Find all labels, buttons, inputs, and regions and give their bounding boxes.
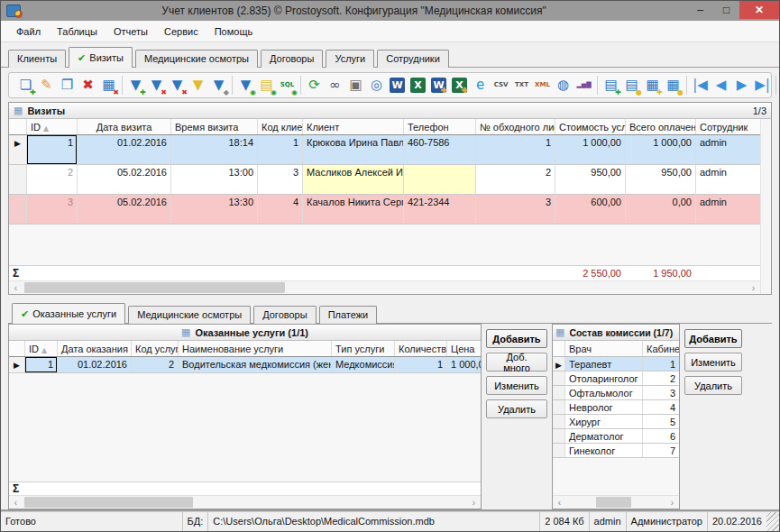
visits-header-обходного-листа[interactable]: № обходного листа	[476, 119, 555, 134]
export-word-template-icon[interactable]: W✚	[431, 78, 446, 93]
quick-filter-icon[interactable]: ▼	[188, 76, 207, 95]
services-header-id[interactable]: ID▲	[25, 341, 58, 356]
добавить-button[interactable]: Добавить	[684, 329, 742, 348]
export-txt-icon[interactable]: TXT	[512, 76, 531, 95]
visits-header-код-клиента[interactable]: Код клиента	[258, 119, 303, 134]
commission-table-row[interactable]: Невролог4	[553, 400, 679, 415]
table-form-icon[interactable]: ▦●	[664, 76, 683, 95]
scroll-thumb[interactable]	[24, 497, 193, 508]
visits-table-row[interactable]: ▶101.02.201618:141Крюкова Ирина Павловна…	[9, 135, 760, 165]
visits-header-телефон[interactable]: Телефон	[404, 119, 476, 134]
tab-услуги[interactable]: Услуги	[326, 50, 374, 68]
tab-визиты[interactable]: ✔Визиты	[69, 47, 133, 68]
export-html-icon[interactable]: ◍	[554, 76, 573, 95]
child-report-icon[interactable]: ▤●	[622, 76, 641, 95]
tab-сотрудники[interactable]: Сотрудники	[377, 50, 449, 68]
search-icon[interactable]: ∞	[326, 76, 344, 95]
services-header-тип-услуги[interactable]: Тип услуги	[332, 341, 395, 356]
tab-договоры[interactable]: Договоры	[253, 306, 316, 324]
preview-icon[interactable]: ◎	[367, 76, 386, 95]
export-word-icon[interactable]: W	[390, 78, 405, 93]
commission-table-row[interactable]: Отоларинголог2	[553, 371, 679, 386]
tab-оказанные-услуги[interactable]: ✔Оказанные услуги	[12, 303, 125, 324]
tab-медицинские-осмотры[interactable]: Медицинские осмотры	[135, 50, 258, 68]
visits-header-клиент[interactable]: Клиент	[303, 119, 404, 134]
menu-сервис[interactable]: Сервис	[156, 23, 206, 40]
scroll-thumb[interactable]	[24, 282, 285, 293]
edit-record-icon[interactable]: ✎	[37, 76, 56, 95]
visits-vscrollbar[interactable]	[760, 119, 771, 294]
chart-icon[interactable]: ▂▅▇	[574, 76, 593, 95]
scroll-left-arrow[interactable]: ‹	[9, 496, 23, 509]
nav-next-icon[interactable]: ▶	[732, 76, 751, 95]
удалить-button[interactable]: Удалить	[486, 399, 547, 418]
menu-помощь[interactable]: Помощь	[206, 23, 262, 40]
services-hscrollbar[interactable]: ‹ ›	[9, 495, 481, 509]
изменить-button[interactable]: Изменить	[486, 376, 547, 395]
scroll-left-arrow[interactable]: ‹	[9, 281, 23, 295]
services-header-цена[interactable]: Цена	[447, 341, 481, 356]
scroll-right-arrow[interactable]: ›	[747, 281, 760, 295]
delete-table-records-icon[interactable]: ▦✖	[99, 76, 118, 95]
add-child-record-icon[interactable]: ▤✚	[601, 76, 620, 95]
scroll-right-arrow[interactable]: ›	[467, 496, 481, 509]
visits-header-стоимость-услуг[interactable]: Стоимость услуг	[555, 119, 626, 134]
services-header-количество[interactable]: Количество	[395, 341, 447, 356]
set-filter-icon[interactable]: ▼✚	[126, 76, 145, 95]
изменить-button[interactable]: Изменить	[684, 353, 742, 371]
commission-table-row[interactable]: Дерматолог6	[553, 429, 679, 444]
commission-table-row[interactable]: Офтальмолог3	[553, 386, 679, 400]
remove-filter-icon[interactable]: ▼✖	[147, 76, 166, 95]
commission-table-row[interactable]: ▶Терапевт1	[553, 357, 679, 371]
commission-table-row[interactable]: Хирург5	[553, 415, 679, 429]
visits-header-id[interactable]: ID▲	[27, 119, 78, 134]
tab-медицинские-осмотры[interactable]: Медицинские осмотры	[128, 306, 251, 324]
export-excel-template-icon[interactable]: X✚	[452, 78, 467, 93]
доб-много-button[interactable]: Доб. много	[486, 353, 547, 371]
visits-table-row[interactable]: 205.02.201613:003Масликов Алексей Игорев…	[9, 165, 760, 195]
menu-файл[interactable]: Файл	[8, 23, 49, 40]
delete-record-icon[interactable]: ✖	[78, 76, 97, 95]
nav-prev-icon[interactable]: ◀	[711, 76, 730, 95]
visits-header-дата-визита[interactable]: Дата визита	[78, 119, 171, 134]
export-excel-icon[interactable]: X	[410, 78, 426, 93]
close-button[interactable]: ✕	[739, 1, 779, 19]
remove-all-filters-icon[interactable]: ▼✖	[168, 76, 187, 95]
copy-record-icon[interactable]: ❐	[58, 76, 77, 95]
maximize-button[interactable]: □	[713, 1, 739, 19]
menu-таблицы[interactable]: Таблицы	[49, 23, 106, 40]
export-csv-icon[interactable]: CSV	[491, 76, 510, 95]
scroll-thumb[interactable]	[596, 497, 631, 508]
добавить-button[interactable]: Добавить	[486, 329, 547, 348]
minimize-button[interactable]: –	[687, 1, 713, 19]
visits-header-всего-оплачено[interactable]: Всего оплачено	[626, 119, 696, 134]
resize-grip[interactable]	[766, 512, 779, 531]
tab-платежи[interactable]: Платежи	[319, 306, 378, 324]
group-filter-icon[interactable]: ▤◉	[257, 76, 276, 95]
удалить-button[interactable]: Удалить	[684, 376, 742, 395]
export-xml-icon[interactable]: XML	[533, 76, 552, 95]
refresh-icon[interactable]: ⟳	[305, 76, 324, 95]
view-filter-icon[interactable]: ▼◉	[236, 76, 255, 95]
services-header-дата-оказания[interactable]: Дата оказания	[58, 341, 132, 356]
commission-table-row[interactable]: Гинеколог7	[553, 444, 679, 458]
services-table-row[interactable]: ▶101.02.20162Водительская медкомиссия (ж…	[9, 357, 481, 373]
nav-first-icon[interactable]: |◀	[691, 76, 710, 95]
scroll-left-arrow[interactable]: ‹	[553, 496, 566, 509]
services-header-наименование-услуги[interactable]: Наименование услуги	[179, 341, 332, 356]
tab-договоры[interactable]: Договоры	[261, 50, 323, 68]
add-record-icon[interactable]: ❏✚	[16, 76, 35, 95]
nav-last-icon[interactable]: ▶|	[753, 76, 772, 95]
commission-hscrollbar[interactable]: ‹ ›	[553, 495, 679, 509]
visits-table-row[interactable]: 305.02.201613:304Качалов Никита Сергееви…	[9, 195, 760, 225]
visits-hscrollbar[interactable]: ‹ ›	[9, 280, 760, 294]
table-form-add-icon[interactable]: ▦✚	[643, 76, 662, 95]
commission-header-врач[interactable]: Врач	[565, 341, 643, 356]
scroll-right-arrow[interactable]: ›	[665, 496, 679, 509]
commission-header-кабинет[interactable]: Кабинет	[643, 341, 679, 356]
menu-отчеты[interactable]: Отчеты	[106, 23, 156, 40]
sql-filter-icon[interactable]: SQL◉	[278, 76, 297, 95]
export-ie-icon[interactable]: e	[471, 76, 490, 95]
visits-header-время-визита[interactable]: Время визита	[171, 119, 258, 134]
tab-клиенты[interactable]: Клиенты	[8, 50, 66, 68]
